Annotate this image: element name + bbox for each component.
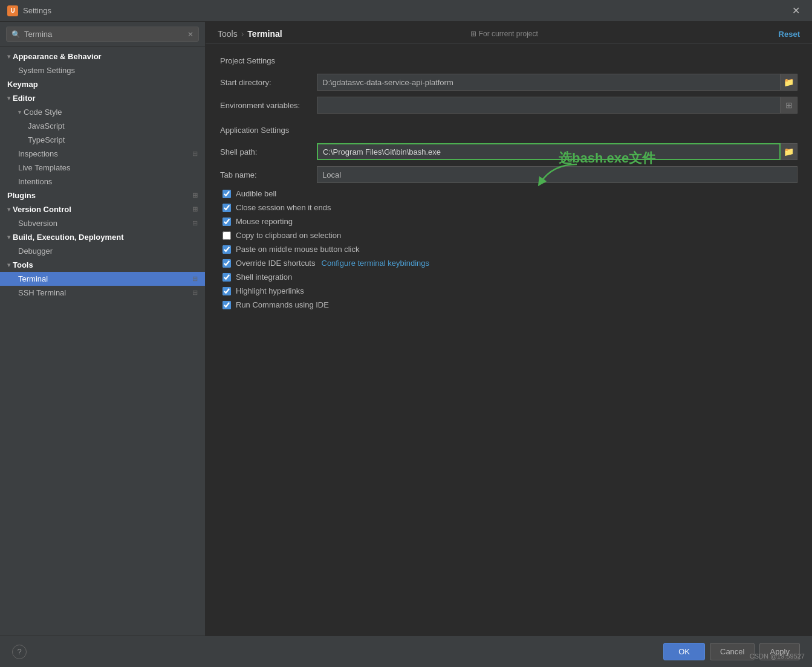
checkbox-mouse-reporting-label: Mouse reporting <box>236 217 293 226</box>
cancel-button[interactable]: Cancel <box>710 643 755 660</box>
tab-name-input-wrap <box>317 166 797 183</box>
app-icon: U <box>7 5 18 16</box>
checkbox-shell-integration[interactable] <box>222 273 231 282</box>
breadcrumb-tools: Tools <box>218 29 238 39</box>
sidebar-item-live-templates[interactable]: Live Templates <box>0 161 205 175</box>
sidebar-item-typescript[interactable]: TypeScript <box>0 133 205 147</box>
shell-path-input-wrap: 📁 <box>317 143 797 160</box>
sidebar-item-keymap[interactable]: Keymap <box>0 77 205 91</box>
expand-arrow-code-style: ▾ <box>18 109 21 115</box>
copy-icon-vc: ⊞ <box>192 205 198 213</box>
for-current-project-button[interactable]: ⊞ For current project <box>470 30 538 38</box>
sidebar-item-editor[interactable]: ▾ Editor <box>0 91 205 105</box>
checkbox-override-ide[interactable] <box>222 259 231 268</box>
tab-name-label: Tab name: <box>220 170 317 179</box>
checkboxes-section: Audible bell Close session when it ends … <box>220 189 797 309</box>
checkbox-copy-clipboard-row: Copy to clipboard on selection <box>220 231 797 240</box>
checkbox-run-commands-row: Run Commands using IDE <box>220 300 797 309</box>
search-clear-button[interactable]: ✕ <box>187 30 193 39</box>
sidebar-item-debugger[interactable]: Debugger <box>0 244 205 258</box>
start-directory-browse-button[interactable]: 📁 <box>781 74 797 91</box>
breadcrumb-separator: › <box>241 29 244 39</box>
sidebar-item-code-style[interactable]: ▾ Code Style <box>0 105 205 119</box>
checkbox-paste-middle-label: Paste on middle mouse button click <box>236 245 360 254</box>
expand-arrow-build: ▾ <box>7 234 10 240</box>
start-directory-input-wrap: 📁 <box>317 74 797 91</box>
checkbox-audible-bell-row: Audible bell <box>220 189 797 198</box>
right-panel: Tools › Terminal ⊞ For current project R… <box>206 22 812 636</box>
checkbox-run-commands[interactable] <box>222 301 231 309</box>
checkbox-copy-clipboard-label: Copy to clipboard on selection <box>236 231 341 240</box>
sidebar-item-tools[interactable]: ▾ Tools <box>0 258 205 272</box>
checkbox-paste-middle-row: Paste on middle mouse button click <box>220 245 797 254</box>
start-directory-row: Start directory: 📁 <box>220 74 797 91</box>
application-settings-title: Application Settings <box>220 126 797 135</box>
reset-button[interactable]: Reset <box>779 30 800 39</box>
watermark: CSDN @19:59527 <box>750 652 805 660</box>
copy-icon-inspections: ⊞ <box>192 150 198 158</box>
environment-variables-input[interactable] <box>317 97 781 114</box>
search-input[interactable] <box>24 30 187 39</box>
checkbox-paste-middle[interactable] <box>222 245 231 254</box>
copy-icon-subversion: ⊞ <box>192 219 198 227</box>
tab-name-input[interactable] <box>317 166 797 183</box>
checkbox-highlight-hyperlinks-label: Highlight hyperlinks <box>236 286 304 295</box>
checkbox-run-commands-label: Run Commands using IDE <box>236 300 329 309</box>
checkbox-override-ide-row: Override IDE shortcuts Configure termina… <box>220 259 797 268</box>
shell-path-input[interactable] <box>317 143 781 160</box>
checkbox-audible-bell[interactable] <box>222 190 231 198</box>
search-box: 🔍 ✕ <box>0 22 205 47</box>
expand-arrow: ▾ <box>7 53 10 60</box>
sidebar-item-intentions[interactable]: Intentions <box>0 175 205 188</box>
sidebar-item-terminal[interactable]: Terminal ⊞ <box>0 272 205 286</box>
shell-path-browse-button[interactable]: 📁 <box>781 143 797 160</box>
panel-body: Project Settings Start directory: 📁 Envi… <box>206 44 812 636</box>
checkbox-highlight-hyperlinks-row: Highlight hyperlinks <box>220 286 797 295</box>
sidebar-item-plugins[interactable]: Plugins ⊞ <box>0 188 205 202</box>
checkbox-copy-clipboard[interactable] <box>222 231 231 240</box>
expand-arrow-vc: ▾ <box>7 206 10 213</box>
copy-icon-terminal: ⊞ <box>192 275 198 283</box>
breadcrumb-terminal: Terminal <box>247 29 282 39</box>
shell-path-row: Shell path: 📁 <box>220 143 797 160</box>
sidebar-tree: ▾ Appearance & Behavior System Settings … <box>0 47 205 636</box>
environment-variables-browse-button[interactable]: ⊞ <box>781 97 797 114</box>
sidebar-item-subversion[interactable]: Subversion ⊞ <box>0 216 205 230</box>
checkbox-audible-bell-label: Audible bell <box>236 189 276 198</box>
expand-arrow-editor: ▾ <box>7 95 10 102</box>
panel-header: Tools › Terminal ⊞ For current project R… <box>206 22 812 44</box>
bottom-bar: ? OK Cancel Apply <box>0 636 812 667</box>
checkbox-override-ide-label: Override IDE shortcuts <box>236 259 316 268</box>
start-directory-label: Start directory: <box>220 78 317 87</box>
expand-arrow-tools: ▾ <box>7 262 10 268</box>
checkbox-mouse-reporting[interactable] <box>222 218 231 226</box>
close-button[interactable]: ✕ <box>787 2 805 19</box>
sidebar-item-build[interactable]: ▾ Build, Execution, Deployment <box>0 230 205 244</box>
sidebar-item-appearance[interactable]: ▾ Appearance & Behavior <box>0 50 205 63</box>
main-content: 🔍 ✕ ▾ Appearance & Behavior System Setti… <box>0 22 812 636</box>
sidebar-item-version-control[interactable]: ▾ Version Control ⊞ <box>0 202 205 216</box>
checkbox-close-session[interactable] <box>222 204 231 212</box>
ok-button[interactable]: OK <box>663 643 705 660</box>
help-button[interactable]: ? <box>12 645 27 659</box>
checkbox-mouse-reporting-row: Mouse reporting <box>220 217 797 226</box>
environment-variables-row: Environment variables: ⊞ <box>220 97 797 114</box>
checkbox-highlight-hyperlinks[interactable] <box>222 287 231 295</box>
sidebar-item-javascript[interactable]: JavaScript <box>0 119 205 133</box>
configure-terminal-keybindings-link[interactable]: Configure terminal keybindings <box>322 259 429 268</box>
shell-path-label: Shell path: <box>220 147 317 156</box>
window-title: Settings <box>23 6 787 15</box>
project-settings-title: Project Settings <box>220 56 797 65</box>
sidebar-item-inspections[interactable]: Inspections ⊞ <box>0 147 205 161</box>
start-directory-input[interactable] <box>317 74 781 91</box>
copy-icon-ssh-terminal: ⊞ <box>192 289 198 297</box>
sidebar-item-system-settings[interactable]: System Settings <box>0 63 205 77</box>
title-bar: U Settings ✕ <box>0 0 812 22</box>
search-icon: 🔍 <box>11 30 21 39</box>
sidebar: 🔍 ✕ ▾ Appearance & Behavior System Setti… <box>0 22 206 636</box>
sidebar-item-ssh-terminal[interactable]: SSH Terminal ⊞ <box>0 286 205 300</box>
environment-variables-input-wrap: ⊞ <box>317 97 797 114</box>
checkbox-shell-integration-label: Shell integration <box>236 272 292 282</box>
environment-variables-label: Environment variables: <box>220 101 317 110</box>
checkbox-shell-integration-row: Shell integration <box>220 272 797 282</box>
